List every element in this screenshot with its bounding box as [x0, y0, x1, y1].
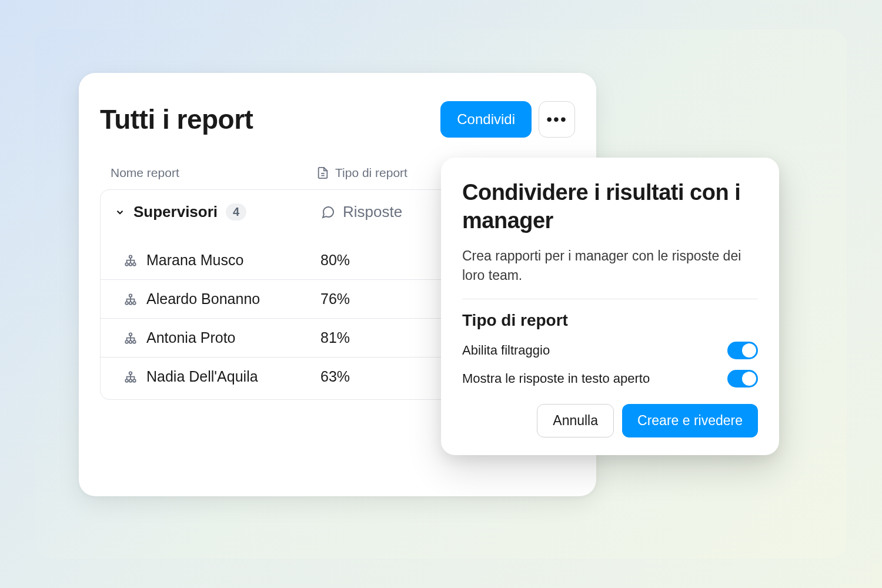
reports-header: Tutti i report Condividi ••• [100, 101, 575, 138]
percent-value: 76% [320, 290, 350, 308]
percent-value: 63% [320, 368, 350, 385]
chevron-down-icon [115, 207, 125, 218]
svg-point-10 [129, 333, 132, 336]
ellipsis-icon: ••• [546, 110, 567, 129]
person-name: Marana Musco [146, 252, 243, 269]
hierarchy-icon [124, 332, 137, 345]
svg-point-11 [125, 340, 128, 343]
svg-point-3 [125, 263, 128, 266]
group-name: Supervisori [133, 203, 218, 221]
svg-point-17 [133, 379, 136, 382]
more-options-button[interactable]: ••• [539, 101, 575, 138]
toggle-row-filter: Abilita filtraggio [462, 342, 758, 359]
svg-point-2 [129, 255, 132, 258]
modal-title: Condividere i risultati con i manager [462, 179, 758, 235]
share-modal: Condividere i risultati con i manager Cr… [441, 158, 779, 455]
svg-point-4 [129, 263, 132, 266]
responses-icon [320, 205, 336, 219]
hierarchy-icon [124, 293, 137, 306]
open-text-toggle[interactable] [727, 370, 758, 387]
header-actions: Condividi ••• [440, 101, 575, 138]
hierarchy-icon [124, 370, 137, 383]
svg-point-16 [129, 379, 132, 382]
person-name: Nadia Dell'Aquila [146, 368, 258, 385]
document-icon [316, 166, 329, 180]
person-name: Aleardo Bonanno [146, 290, 260, 308]
count-badge: 4 [226, 203, 246, 220]
person-name: Antonia Proto [146, 329, 236, 346]
group-type-label: Risposte [343, 203, 402, 221]
svg-point-14 [129, 372, 132, 375]
svg-point-13 [133, 340, 136, 343]
svg-point-12 [129, 340, 132, 343]
modal-description: Crea rapporti per i manager con le rispo… [462, 246, 758, 286]
cancel-button[interactable]: Annulla [537, 404, 614, 437]
toggle-label: Mostra le risposte in testo aperto [462, 371, 650, 386]
divider [462, 299, 758, 299]
section-title: Tipo di report [462, 311, 758, 330]
svg-point-7 [125, 302, 128, 305]
svg-point-6 [129, 294, 132, 297]
modal-actions: Annulla Creare e rivedere [462, 404, 758, 437]
create-button[interactable]: Creare e rivedere [622, 404, 758, 437]
toggle-label: Abilita filtraggio [462, 343, 550, 358]
column-header-type: Tipo di report [316, 166, 407, 180]
column-header-type-label: Tipo di report [335, 166, 407, 180]
filter-toggle[interactable] [727, 342, 758, 359]
svg-point-8 [129, 302, 132, 305]
column-header-name: Nome report [111, 166, 316, 180]
page-title: Tutti i report [100, 103, 253, 135]
hierarchy-icon [124, 254, 137, 267]
toggle-row-open-text: Mostra le risposte in testo aperto [462, 370, 758, 387]
group-type-cell: Risposte [320, 203, 402, 221]
svg-point-15 [125, 379, 128, 382]
group-name-cell: Supervisori 4 [115, 203, 320, 221]
percent-value: 80% [320, 252, 350, 269]
svg-point-9 [133, 302, 136, 305]
percent-value: 81% [320, 329, 350, 346]
share-button[interactable]: Condividi [440, 101, 532, 138]
svg-point-5 [133, 263, 136, 266]
